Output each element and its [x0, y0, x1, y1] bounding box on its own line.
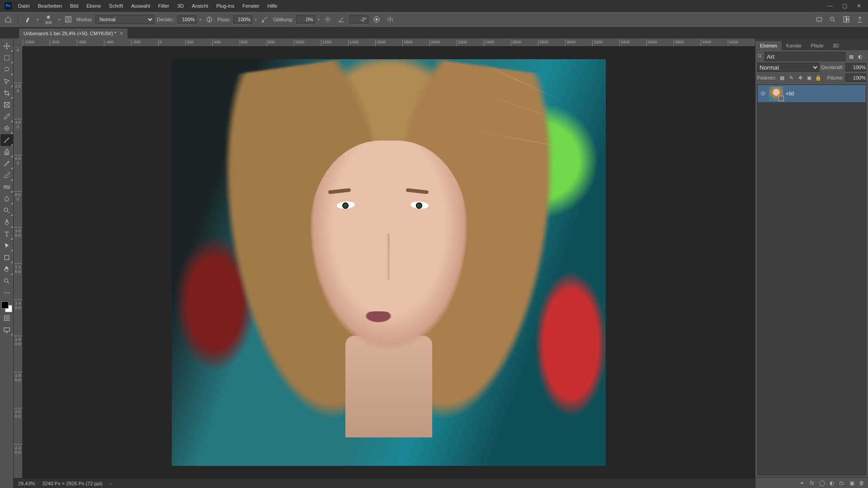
menu-bild[interactable]: Bild: [66, 2, 82, 10]
menu-filter[interactable]: Filter: [155, 2, 173, 10]
chevron-down-icon[interactable]: ▾: [318, 18, 320, 22]
chevron-down-icon[interactable]: ▾: [37, 18, 38, 22]
blend-mode-select[interactable]: Normal: [95, 15, 154, 24]
airbrush-icon[interactable]: [259, 14, 270, 25]
lasso-tool[interactable]: [0, 64, 13, 75]
menu-plugins[interactable]: Plug-ins: [212, 2, 238, 10]
eyedropper-tool[interactable]: [0, 111, 13, 122]
menu-datei[interactable]: Datei: [14, 2, 33, 10]
tool-preset-icon[interactable]: [23, 14, 34, 25]
link-layers-icon[interactable]: ⚭: [798, 480, 806, 486]
tab-pfade[interactable]: Pfade: [806, 41, 828, 50]
menu-schrift[interactable]: Schrift: [105, 2, 127, 10]
menu-ansicht[interactable]: Ansicht: [188, 2, 212, 10]
layer-blend-select[interactable]: Normal: [757, 63, 819, 72]
new-layer-icon[interactable]: ▣: [848, 480, 855, 486]
canvas-stage[interactable]: [23, 47, 755, 478]
dimensions-readout: 3240 Px × 2926 Px (72 ppi): [42, 481, 103, 486]
menu-fenster[interactable]: Fenster: [239, 2, 263, 10]
edit-toolbar-icon[interactable]: ⋯: [0, 287, 13, 299]
delete-layer-icon[interactable]: 🗑: [858, 480, 865, 486]
smooth-input[interactable]: [296, 15, 315, 23]
lock-pixels-icon[interactable]: ✎: [787, 74, 795, 82]
quickmask-icon[interactable]: [0, 312, 13, 324]
lock-transparency-icon[interactable]: ▦: [778, 74, 786, 82]
shape-tool[interactable]: [0, 252, 13, 263]
stamp-tool[interactable]: [0, 146, 13, 158]
filter-adjust-icon[interactable]: ◐: [856, 52, 864, 61]
mask-icon[interactable]: ◯: [818, 480, 826, 486]
pressure-opacity-icon[interactable]: [204, 14, 215, 25]
eraser-tool[interactable]: [0, 169, 13, 181]
healing-tool[interactable]: [0, 122, 13, 134]
type-tool[interactable]: [0, 228, 13, 240]
lock-all-icon[interactable]: 🔒: [814, 74, 822, 82]
frame-tool[interactable]: [0, 99, 13, 111]
fx-icon[interactable]: fx: [808, 480, 816, 486]
brush-preview[interactable]: 308: [41, 14, 56, 25]
svg-rect-20: [4, 328, 9, 331]
chevron-down-icon[interactable]: ▾: [199, 18, 201, 22]
pressure-size-icon[interactable]: [371, 14, 382, 25]
filter-pixel-icon[interactable]: ▦: [847, 52, 855, 61]
symmetry-icon[interactable]: [385, 14, 396, 25]
menu-3d[interactable]: 3D: [174, 2, 187, 10]
window-close-button[interactable]: ✕: [852, 1, 866, 10]
gradient-tool[interactable]: [0, 181, 13, 193]
path-select-tool[interactable]: [0, 240, 13, 252]
history-brush-tool[interactable]: [0, 158, 13, 169]
hand-tool[interactable]: [0, 263, 13, 275]
layer-row[interactable]: +50: [758, 85, 866, 102]
crop-tool[interactable]: [0, 87, 13, 99]
menu-auswahl[interactable]: Auswahl: [127, 2, 154, 10]
close-icon[interactable]: ×: [120, 30, 123, 37]
pen-tool[interactable]: [0, 216, 13, 228]
chevron-right-icon[interactable]: ›: [110, 481, 112, 486]
share-icon[interactable]: [854, 14, 865, 25]
layer-name[interactable]: +50: [786, 91, 794, 96]
layer-filter-input[interactable]: [764, 52, 845, 61]
window-minimize-button[interactable]: —: [823, 1, 837, 10]
window-maximize-button[interactable]: ▢: [837, 1, 852, 10]
lock-position-icon[interactable]: ✥: [796, 74, 804, 82]
smoothing-options-icon[interactable]: [322, 14, 333, 25]
flow-input[interactable]: [233, 15, 252, 23]
cloud-docs-icon[interactable]: [814, 14, 825, 25]
move-tool[interactable]: [0, 40, 13, 52]
foreground-color-swatch[interactable]: [1, 301, 9, 309]
tab-3d[interactable]: 3D: [828, 41, 844, 50]
opacity-input[interactable]: [178, 15, 197, 23]
menu-bearbeiten[interactable]: Bearbeiten: [34, 2, 66, 10]
tab-kanaele[interactable]: Kanäle: [782, 41, 806, 50]
search-icon[interactable]: [827, 14, 838, 25]
adjustment-icon[interactable]: ◐: [828, 480, 835, 486]
color-swatches[interactable]: [1, 301, 12, 312]
chevron-down-icon[interactable]: ▾: [58, 18, 60, 22]
screenmode-icon[interactable]: [0, 324, 13, 336]
menu-hilfe[interactable]: Hilfe: [264, 2, 281, 10]
lock-artboard-icon[interactable]: ▣: [805, 74, 813, 82]
layer-thumbnail[interactable]: [769, 87, 783, 100]
chevron-down-icon[interactable]: ▾: [255, 18, 257, 22]
blur-tool[interactable]: [0, 193, 13, 205]
search-icon: [757, 53, 763, 60]
document-tab[interactable]: Unbenannt-1 bei 29,4% (+50, CMYK/8#) * ×: [19, 28, 127, 38]
quick-select-tool[interactable]: [0, 75, 13, 87]
group-icon[interactable]: 🗀: [838, 480, 845, 486]
marquee-tool[interactable]: [0, 52, 13, 64]
workspace-icon[interactable]: [841, 14, 852, 25]
layer-fill-input[interactable]: [845, 74, 866, 82]
angle-input[interactable]: [349, 15, 368, 23]
layer-opacity-input[interactable]: [845, 63, 866, 71]
zoom-tool[interactable]: [0, 275, 13, 287]
filter-type-icon[interactable]: T: [865, 52, 868, 61]
brush-panel-icon[interactable]: [63, 14, 74, 25]
zoom-readout[interactable]: 29,43%: [18, 481, 35, 486]
layer-visibility-icon[interactable]: [760, 90, 767, 97]
dodge-tool[interactable]: [0, 205, 13, 216]
home-button[interactable]: [3, 14, 14, 25]
tab-ebenen[interactable]: Ebenen: [755, 41, 782, 50]
menu-ebene[interactable]: Ebene: [83, 2, 104, 10]
brush-tool[interactable]: [0, 134, 13, 146]
angle-icon: [336, 14, 347, 25]
